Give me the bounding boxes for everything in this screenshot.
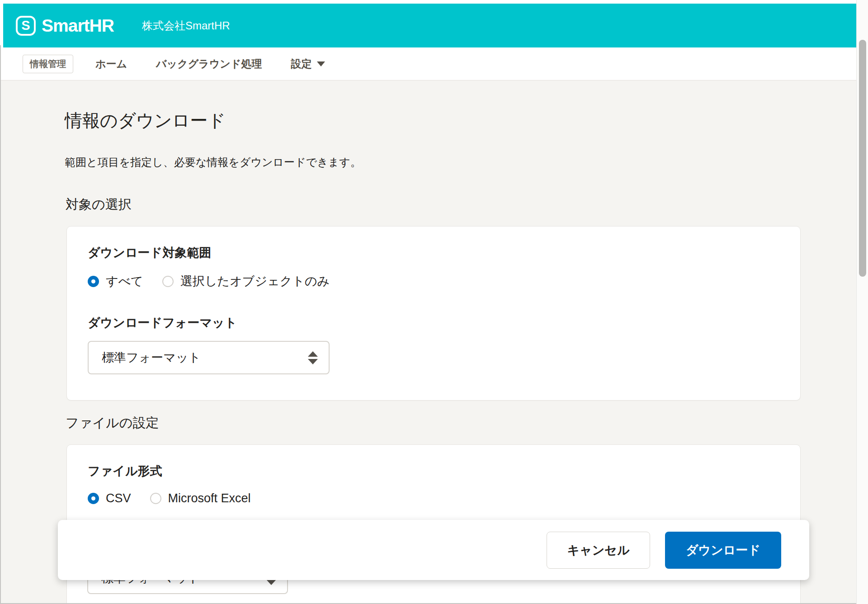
- scrollbar-thumb[interactable]: [859, 40, 866, 277]
- page-title: 情報のダウンロード: [65, 109, 226, 133]
- file-type-radio-group: CSV Microsoft Excel: [88, 491, 779, 505]
- radio-option-selected-objects-label: 選択したオブジェクトのみ: [180, 273, 330, 289]
- smarthr-logo-icon: S: [16, 16, 36, 36]
- current-app-badge: 情報管理: [23, 55, 73, 73]
- nav-item-home[interactable]: ホーム: [95, 57, 127, 71]
- file-type-label: ファイル形式: [88, 463, 779, 479]
- section-heading-file: ファイルの設定: [66, 414, 159, 432]
- radio-selected-icon[interactable]: [88, 276, 99, 287]
- radio-selected-icon[interactable]: [88, 493, 99, 504]
- page-description: 範囲と項目を指定し、必要な情報をダウンロードできます。: [65, 155, 361, 170]
- company-name: 株式会社SmartHR: [142, 19, 230, 33]
- radio-unselected-icon[interactable]: [150, 493, 161, 504]
- target-selection-card: ダウンロード対象範囲 すべて 選択したオブジェクトのみ ダウンロードフォーマット…: [66, 226, 801, 401]
- nav-item-background-jobs[interactable]: バックグラウンド処理: [156, 57, 262, 71]
- smarthr-logo[interactable]: S SmartHR: [16, 16, 114, 36]
- radio-option-excel[interactable]: Microsoft Excel: [150, 491, 251, 505]
- download-range-label: ダウンロード対象範囲: [88, 245, 779, 261]
- radio-option-excel-label: Microsoft Excel: [168, 491, 251, 505]
- brand-name: SmartHR: [42, 16, 114, 36]
- floating-action-bar: キャンセル ダウンロード: [58, 520, 809, 580]
- app-window: S SmartHR 株式会社SmartHR 情報管理 ホーム バックグラウンド処…: [0, 0, 868, 604]
- radio-unselected-icon[interactable]: [162, 276, 174, 287]
- window-border-left: [0, 45, 1, 604]
- download-range-radio-group: すべて 選択したオブジェクトのみ: [88, 273, 779, 289]
- select-arrows-icon: [308, 351, 318, 364]
- chevron-down-icon: [317, 61, 325, 66]
- download-format-label: ダウンロードフォーマット: [88, 315, 779, 331]
- app-navigation: 情報管理 ホーム バックグラウンド処理 設定: [1, 47, 856, 80]
- app-header: S SmartHR 株式会社SmartHR: [3, 4, 856, 47]
- nav-item-settings[interactable]: 設定: [291, 57, 325, 71]
- radio-option-csv[interactable]: CSV: [88, 491, 131, 505]
- radio-option-csv-label: CSV: [106, 491, 131, 505]
- download-button[interactable]: ダウンロード: [665, 532, 781, 569]
- download-format-select[interactable]: 標準フォーマット: [88, 341, 330, 374]
- scrollbar-track[interactable]: [856, 0, 868, 604]
- nav-item-settings-label: 設定: [291, 57, 311, 71]
- radio-option-all[interactable]: すべて: [88, 273, 143, 289]
- download-format-value: 標準フォーマット: [102, 349, 201, 366]
- main-content: 情報のダウンロード 範囲と項目を指定し、必要な情報をダウンロードできます。 対象…: [1, 80, 856, 603]
- radio-option-all-label: すべて: [106, 273, 143, 289]
- radio-option-selected-objects[interactable]: 選択したオブジェクトのみ: [162, 273, 330, 289]
- section-heading-target: 対象の選択: [66, 196, 132, 214]
- cancel-button[interactable]: キャンセル: [547, 532, 650, 569]
